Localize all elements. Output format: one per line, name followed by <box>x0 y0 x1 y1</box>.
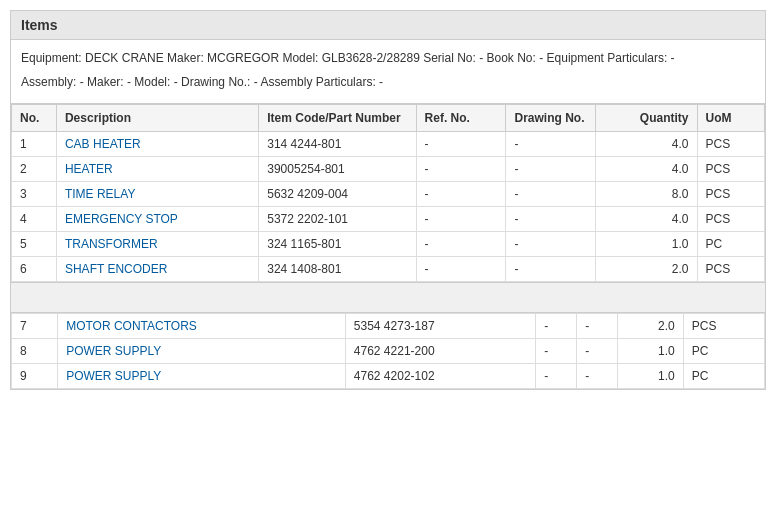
cell-uom: PCS <box>697 132 764 157</box>
cell-item-code: 5632 4209-004 <box>259 182 416 207</box>
cell-ref-no: - <box>536 314 577 339</box>
equipment-info: Equipment: DECK CRANE Maker: MCGREGOR Mo… <box>10 40 766 104</box>
cell-drawing-no: - <box>506 232 596 257</box>
cell-quantity: 8.0 <box>596 182 697 207</box>
cell-quantity: 2.0 <box>596 257 697 282</box>
table-row: 3TIME RELAY5632 4209-004--8.0PCS <box>12 182 765 207</box>
table-row: 2HEATER39005254-801--4.0PCS <box>12 157 765 182</box>
cell-ref-no: - <box>416 207 506 232</box>
equipment-line2: Assembly: - Maker: - Model: - Drawing No… <box>21 72 755 94</box>
cell-quantity: 1.0 <box>618 339 684 364</box>
cell-ref-no: - <box>416 132 506 157</box>
cell-no: 9 <box>12 364 58 389</box>
col-ref-no: Ref. No. <box>416 105 506 132</box>
cell-no: 4 <box>12 207 57 232</box>
items-table-second: 7MOTOR CONTACTORS5354 4273-187--2.0PCS8P… <box>11 313 765 389</box>
cell-no: 2 <box>12 157 57 182</box>
cell-drawing-no: - <box>577 314 618 339</box>
cell-item-code: 324 1408-801 <box>259 257 416 282</box>
cell-quantity: 2.0 <box>618 314 684 339</box>
cell-description: CAB HEATER <box>56 132 258 157</box>
divider <box>10 283 766 313</box>
cell-no: 3 <box>12 182 57 207</box>
cell-description: HEATER <box>56 157 258 182</box>
page-wrapper: Items Equipment: DECK CRANE Maker: MCGRE… <box>0 0 776 518</box>
cell-description: MOTOR CONTACTORS <box>58 314 346 339</box>
cell-no: 5 <box>12 232 57 257</box>
cell-drawing-no: - <box>506 157 596 182</box>
cell-item-code: 5372 2202-101 <box>259 207 416 232</box>
cell-uom: PC <box>683 364 764 389</box>
cell-no: 8 <box>12 339 58 364</box>
cell-ref-no: - <box>416 257 506 282</box>
cell-description: EMERGENCY STOP <box>56 207 258 232</box>
equipment-line1: Equipment: DECK CRANE Maker: MCGREGOR Mo… <box>21 48 755 70</box>
cell-uom: PCS <box>697 207 764 232</box>
cell-description: TIME RELAY <box>56 182 258 207</box>
col-no: No. <box>12 105 57 132</box>
items-table-first: No. Description Item Code/Part Number Re… <box>11 104 765 282</box>
cell-item-code: 314 4244-801 <box>259 132 416 157</box>
col-drawing-no: Drawing No. <box>506 105 596 132</box>
cell-drawing-no: - <box>506 207 596 232</box>
cell-quantity: 1.0 <box>596 232 697 257</box>
cell-drawing-no: - <box>506 182 596 207</box>
col-uom: UoM <box>697 105 764 132</box>
col-quantity: Quantity <box>596 105 697 132</box>
cell-drawing-no: - <box>577 364 618 389</box>
cell-no: 1 <box>12 132 57 157</box>
cell-uom: PCS <box>697 157 764 182</box>
cell-uom: PC <box>683 339 764 364</box>
cell-description: POWER SUPPLY <box>58 364 346 389</box>
cell-item-code: 4762 4221-200 <box>345 339 535 364</box>
cell-quantity: 4.0 <box>596 132 697 157</box>
table-row: 5TRANSFORMER324 1165-801--1.0PC <box>12 232 765 257</box>
cell-drawing-no: - <box>506 132 596 157</box>
cell-ref-no: - <box>416 232 506 257</box>
cell-uom: PCS <box>697 182 764 207</box>
cell-drawing-no: - <box>506 257 596 282</box>
table-row: 4EMERGENCY STOP5372 2202-101--4.0PCS <box>12 207 765 232</box>
table-row: 8POWER SUPPLY4762 4221-200--1.0PC <box>12 339 765 364</box>
cell-item-code: 39005254-801 <box>259 157 416 182</box>
cell-ref-no: - <box>536 364 577 389</box>
table-row: 6SHAFT ENCODER324 1408-801--2.0PCS <box>12 257 765 282</box>
cell-uom: PCS <box>697 257 764 282</box>
cell-uom: PCS <box>683 314 764 339</box>
cell-no: 6 <box>12 257 57 282</box>
cell-description: POWER SUPPLY <box>58 339 346 364</box>
cell-item-code: 324 1165-801 <box>259 232 416 257</box>
col-item-code: Item Code/Part Number <box>259 105 416 132</box>
cell-description: SHAFT ENCODER <box>56 257 258 282</box>
table-row: 9POWER SUPPLY4762 4202-102--1.0PC <box>12 364 765 389</box>
cell-ref-no: - <box>416 182 506 207</box>
cell-drawing-no: - <box>577 339 618 364</box>
second-table-wrapper: 7MOTOR CONTACTORS5354 4273-187--2.0PCS8P… <box>10 313 766 390</box>
cell-ref-no: - <box>416 157 506 182</box>
table-row: 7MOTOR CONTACTORS5354 4273-187--2.0PCS <box>12 314 765 339</box>
cell-item-code: 5354 4273-187 <box>345 314 535 339</box>
cell-uom: PC <box>697 232 764 257</box>
cell-no: 7 <box>12 314 58 339</box>
col-description: Description <box>56 105 258 132</box>
cell-quantity: 1.0 <box>618 364 684 389</box>
cell-quantity: 4.0 <box>596 207 697 232</box>
cell-quantity: 4.0 <box>596 157 697 182</box>
table-row: 1CAB HEATER314 4244-801--4.0PCS <box>12 132 765 157</box>
cell-item-code: 4762 4202-102 <box>345 364 535 389</box>
cell-ref-no: - <box>536 339 577 364</box>
cell-description: TRANSFORMER <box>56 232 258 257</box>
first-table-wrapper: No. Description Item Code/Part Number Re… <box>10 104 766 283</box>
section-title: Items <box>10 10 766 40</box>
